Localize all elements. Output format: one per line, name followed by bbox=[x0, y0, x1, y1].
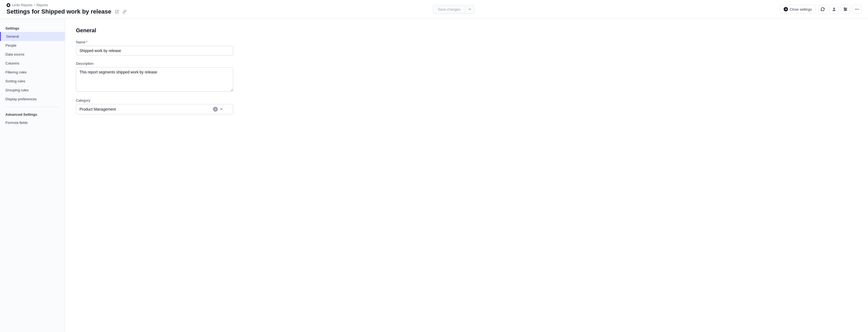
sidebar-item-general-label: General bbox=[6, 34, 19, 38]
name-label: Name * bbox=[76, 40, 233, 44]
sidebar-item-columns[interactable]: Columns bbox=[0, 59, 65, 68]
svg-point-6 bbox=[858, 9, 859, 10]
description-label: Description bbox=[76, 62, 233, 66]
sidebar-divider bbox=[5, 107, 59, 107]
sidebar-item-grouping-rules-label: Grouping rules bbox=[5, 88, 29, 92]
category-select-value: Product Management bbox=[80, 107, 213, 111]
header: Limbr Reports / Reports Settings for Shi… bbox=[0, 0, 868, 19]
link-icon[interactable] bbox=[122, 9, 127, 14]
refresh-button[interactable] bbox=[818, 5, 827, 14]
close-icon: ✕ bbox=[784, 7, 788, 11]
header-left: Limbr Reports / Reports Settings for Shi… bbox=[6, 3, 127, 15]
app-logo bbox=[6, 3, 10, 7]
category-label: Category bbox=[76, 98, 233, 102]
sidebar-item-data-source[interactable]: Data source bbox=[0, 50, 65, 59]
save-changes-dropdown-button[interactable] bbox=[465, 5, 474, 13]
close-settings-button[interactable]: ✕ Close settings bbox=[780, 5, 816, 13]
breadcrumb-app-link[interactable]: Limbr Reports bbox=[12, 3, 32, 7]
general-section-title: General bbox=[76, 27, 857, 34]
category-form-group: Category Product Management ✕ bbox=[76, 98, 233, 114]
name-form-group: Name * bbox=[76, 40, 233, 56]
description-textarea[interactable]: This report segments shipped work by rel… bbox=[76, 67, 233, 92]
sidebar-item-display-preferences-label: Display preferences bbox=[5, 97, 37, 101]
sidebar-item-sorting-rules[interactable]: Sorting rules bbox=[0, 77, 65, 86]
sidebar-item-people-label: People bbox=[5, 43, 16, 47]
upload-button[interactable] bbox=[830, 5, 839, 14]
svg-point-4 bbox=[855, 9, 856, 10]
sidebar-item-people[interactable]: People bbox=[0, 41, 65, 50]
description-form-group: Description This report segments shipped… bbox=[76, 62, 233, 92]
breadcrumb-separator: / bbox=[34, 3, 35, 7]
select-actions: ✕ bbox=[213, 107, 223, 112]
external-link-icon[interactable] bbox=[114, 9, 120, 14]
sliders-button[interactable] bbox=[841, 5, 850, 14]
main-layout: Settings General People Data source Colu… bbox=[0, 19, 868, 332]
more-options-button[interactable] bbox=[852, 5, 862, 14]
category-chevron-icon bbox=[219, 107, 223, 112]
sidebar-section-advanced: Advanced Settings bbox=[0, 110, 65, 118]
sidebar-item-grouping-rules[interactable]: Grouping rules bbox=[0, 86, 65, 95]
sidebar-item-filtering-rules-label: Filtering rules bbox=[5, 70, 27, 74]
sidebar-item-formula-fields[interactable]: Formula fields bbox=[0, 118, 65, 127]
page-title: Settings for Shipped work by release bbox=[6, 8, 111, 15]
breadcrumb: Limbr Reports / Reports bbox=[6, 3, 127, 7]
name-required-indicator: * bbox=[86, 40, 88, 44]
breadcrumb-section-link[interactable]: Reports bbox=[37, 3, 48, 7]
sidebar-item-general[interactable]: General bbox=[0, 32, 65, 41]
category-select[interactable]: Product Management ✕ bbox=[76, 104, 233, 114]
header-center: Save changes bbox=[433, 5, 474, 14]
page-title-row: Settings for Shipped work by release bbox=[6, 8, 127, 15]
main-content: General Name * Description This report s… bbox=[65, 19, 868, 332]
sidebar-item-display-preferences[interactable]: Display preferences bbox=[0, 95, 65, 103]
close-settings-label: Close settings bbox=[789, 7, 812, 11]
sidebar: Settings General People Data source Colu… bbox=[0, 19, 65, 332]
sidebar-section-settings: Settings bbox=[0, 24, 65, 32]
save-changes-button[interactable]: Save changes bbox=[433, 5, 465, 13]
sidebar-item-columns-label: Columns bbox=[5, 61, 19, 65]
category-clear-button[interactable]: ✕ bbox=[213, 107, 218, 112]
name-input[interactable] bbox=[76, 46, 233, 56]
save-changes-button-group: Save changes bbox=[433, 5, 474, 14]
header-right: ✕ Close settings bbox=[780, 5, 862, 14]
sidebar-item-sorting-rules-label: Sorting rules bbox=[5, 79, 25, 83]
svg-point-5 bbox=[856, 9, 857, 10]
sidebar-item-formula-fields-label: Formula fields bbox=[5, 121, 28, 125]
sidebar-item-filtering-rules[interactable]: Filtering rules bbox=[0, 68, 65, 77]
sidebar-item-data-source-label: Data source bbox=[5, 52, 24, 56]
page-title-icons bbox=[114, 9, 127, 14]
